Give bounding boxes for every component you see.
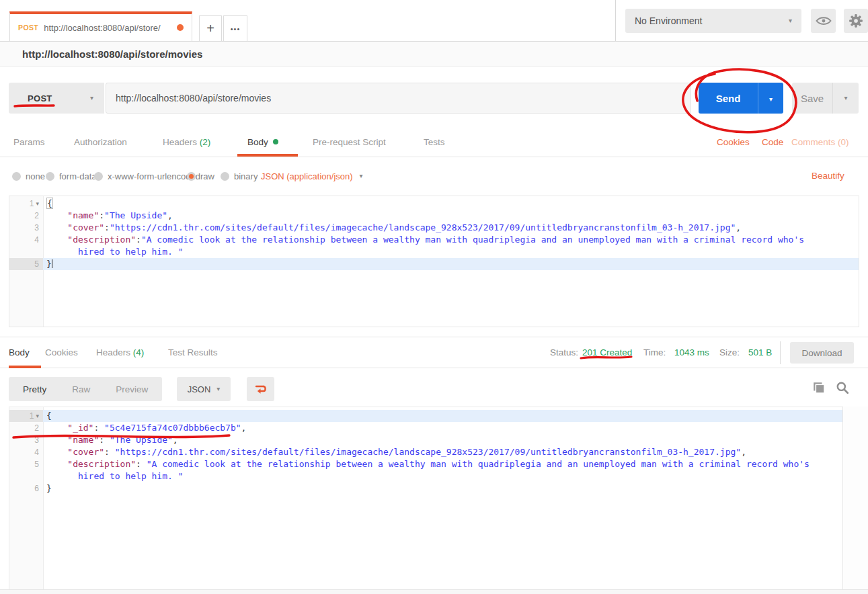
body-mode-label: raw <box>200 171 214 181</box>
fold-caret-icon[interactable]: ▾ <box>36 198 39 210</box>
code-text: } <box>43 258 859 270</box>
environment-selector-value: No Environment <box>635 15 789 26</box>
body-mode-none[interactable]: none <box>12 171 45 181</box>
request-tabs-bar: Params Authorization Headers (2) Body Pr… <box>0 128 868 157</box>
request-title: http://localhost:8080/api/store/movies <box>0 42 868 67</box>
line-number: 6 <box>9 482 43 495</box>
time-value: 1043 ms <box>674 337 709 368</box>
tab-body-label: Body <box>247 137 268 147</box>
request-body-editor[interactable]: 1▾{2 "name":"The Upside",3 "cover":"http… <box>9 196 859 327</box>
response-header-bar: Body Cookies Headers (4) Test Results St… <box>0 337 868 368</box>
code-link[interactable]: Code <box>762 128 783 157</box>
tab-params[interactable]: Params <box>13 128 45 157</box>
response-format-selector[interactable]: JSON ▾ <box>177 377 231 401</box>
tab-pre-request-script[interactable]: Pre-request Script <box>313 128 386 157</box>
response-headers-count: (4) <box>133 347 145 357</box>
response-tab-body[interactable]: Body <box>9 337 30 368</box>
save-options-button[interactable]: ▾ <box>832 83 859 114</box>
postman-window: POST http://localhost:8080/api/store/ + … <box>0 0 868 594</box>
code-text: "cover": "https://cdn1.thr.com/sites/def… <box>43 446 842 458</box>
beautify-link[interactable]: Beautify <box>812 171 844 181</box>
code-text: "description":"A comedic look at the rel… <box>43 234 859 246</box>
tab-tests[interactable]: Tests <box>424 128 445 157</box>
copy-icon <box>812 381 826 394</box>
code-line[interactable]: 1▾{ <box>9 410 842 422</box>
code-line[interactable]: 3 "name": "The Upside", <box>9 434 842 446</box>
code-line[interactable]: 6} <box>9 482 842 495</box>
chevron-down-icon: ▾ <box>844 95 847 101</box>
view-mode-raw[interactable]: Raw <box>72 384 90 394</box>
tab-body[interactable]: Body <box>247 128 278 157</box>
body-mode-binary[interactable]: binary <box>221 171 258 181</box>
code-line[interactable]: 3 "cover":"https://cdn1.thr.com/sites/de… <box>9 222 859 234</box>
chevron-down-icon: ▾ <box>360 173 363 179</box>
environment-quicklook-button[interactable] <box>811 9 836 33</box>
header-bar: POST http://localhost:8080/api/store/ + … <box>0 0 868 42</box>
active-response-tab-underline <box>9 366 41 368</box>
code-text: { <box>43 198 859 210</box>
line-number: 3 <box>9 222 43 234</box>
response-tab-test-results[interactable]: Test Results <box>168 337 218 368</box>
tab-title: http://localhost:8080/api/store/ <box>44 23 171 33</box>
chevron-down-icon: ▾ <box>769 95 773 103</box>
code-text: hired to help him. " <box>43 246 859 258</box>
more-tabs-button[interactable]: ••• <box>223 15 247 41</box>
body-mode-raw[interactable]: raw <box>187 171 214 181</box>
code-line[interactable]: 4 "description":"A comedic look at the r… <box>9 234 859 246</box>
send-button[interactable]: Send <box>699 83 758 114</box>
body-mode-form-data[interactable]: form-data <box>46 171 97 181</box>
code-line[interactable]: hired to help him. " <box>9 470 842 482</box>
size-value: 501 B <box>748 337 772 368</box>
code-line[interactable]: 2 "_id": "5c4e715fa74c07dbbb6ecb7b", <box>9 422 842 434</box>
comments-link[interactable]: Comments (0) <box>791 128 849 157</box>
method-selector-value: POST <box>28 93 90 103</box>
vertical-scrollbar[interactable] <box>842 407 868 589</box>
new-tab-button[interactable]: + <box>199 15 222 41</box>
radio-icon <box>46 172 54 181</box>
code-line[interactable]: 1▾{ <box>9 198 859 210</box>
chevron-down-icon: ▾ <box>789 17 792 24</box>
tab-headers[interactable]: Headers (2) <box>163 128 210 157</box>
response-tab-headers[interactable]: Headers (4) <box>96 337 144 368</box>
wrap-lines-button[interactable] <box>247 377 274 401</box>
line-number: 3 <box>9 434 43 446</box>
code-line[interactable]: hired to help him. " <box>9 246 859 258</box>
save-button[interactable]: Save <box>792 83 832 114</box>
body-mode-label: form-data <box>59 171 97 181</box>
settings-button[interactable] <box>844 9 868 33</box>
status-value: 201 Created <box>582 337 632 368</box>
environment-selector[interactable]: No Environment ▾ <box>625 9 801 33</box>
body-mode-urlencoded[interactable]: x-www-form-urlencoded <box>94 171 200 181</box>
radio-icon <box>94 172 103 181</box>
radio-icon <box>221 172 229 181</box>
horizontal-scrollbar[interactable] <box>0 589 868 594</box>
response-tab-cookies[interactable]: Cookies <box>45 337 78 368</box>
code-line[interactable]: 5 "description": "A comedic look at the … <box>9 458 842 470</box>
send-options-button[interactable]: ▾ <box>758 83 783 114</box>
tab-headers-label: Headers <box>163 137 197 147</box>
response-body-editor[interactable]: 1▾{2 "_id": "5c4e715fa74c07dbbb6ecb7b",3… <box>9 407 842 589</box>
request-tab[interactable]: POST http://localhost:8080/api/store/ <box>9 11 192 41</box>
line-number: 2 <box>9 210 43 222</box>
fold-caret-icon[interactable]: ▾ <box>36 410 39 422</box>
line-number <box>9 470 43 482</box>
copy-response-button[interactable] <box>812 381 826 397</box>
divider <box>780 341 781 364</box>
header-divider <box>615 0 616 41</box>
body-content-dot <box>273 139 278 144</box>
tab-authorization[interactable]: Authorization <box>74 128 127 157</box>
line-number: 4 <box>9 234 43 246</box>
wrap-lines-icon <box>254 384 268 394</box>
active-tab-underline <box>237 154 298 157</box>
search-response-button[interactable] <box>836 381 849 397</box>
view-mode-preview[interactable]: Preview <box>116 384 148 394</box>
url-input[interactable] <box>106 83 691 114</box>
method-selector[interactable]: POST ▾ <box>9 83 104 114</box>
view-mode-pretty[interactable]: Pretty <box>23 384 46 394</box>
content-type-selector[interactable]: JSON (application/json) ▾ <box>261 171 363 181</box>
cookies-link[interactable]: Cookies <box>717 128 750 157</box>
code-line[interactable]: 5} <box>9 258 859 270</box>
download-button[interactable]: Download <box>790 342 854 364</box>
code-line[interactable]: 4 "cover": "https://cdn1.thr.com/sites/d… <box>9 446 842 458</box>
code-line[interactable]: 2 "name":"The Upside", <box>9 210 859 222</box>
